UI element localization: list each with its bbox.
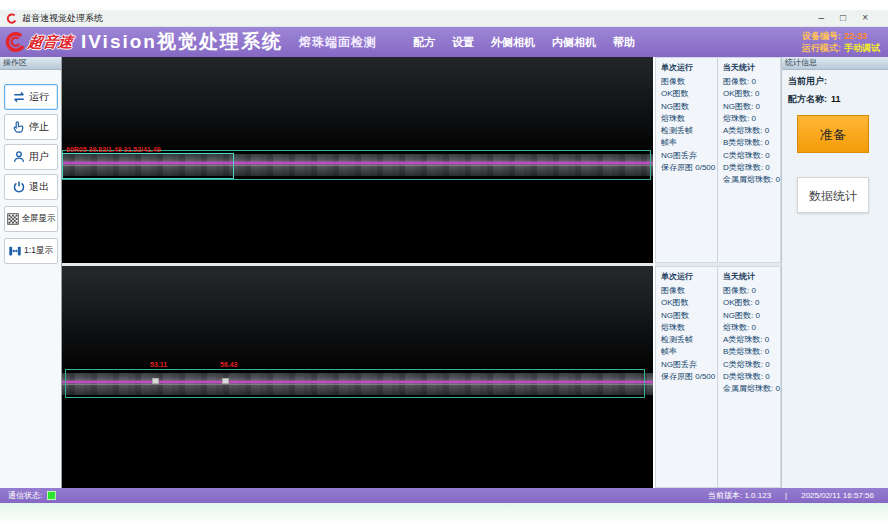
comm-status-indicator <box>47 491 56 500</box>
user-icon <box>12 150 26 164</box>
stat-row: OK图数: 0 <box>723 297 780 309</box>
power-icon <box>12 180 26 194</box>
menu-item[interactable]: 配方 <box>413 35 435 50</box>
stat-row: 帧率 <box>661 346 717 358</box>
main-menu: 配方设置外侧相机内侧相机帮助 <box>413 35 635 50</box>
stop-button-label: 停止 <box>29 120 49 134</box>
stat-row: 检测丢帧 <box>661 334 717 346</box>
app-header: 超音速 IVision视觉处理系统 熔珠端面检测 配方设置外侧相机内侧相机帮助 … <box>0 27 888 57</box>
today-stats-title: 当天统计 <box>723 62 780 73</box>
fullscreen-icon <box>6 212 20 226</box>
user-button[interactable]: 用户 <box>4 144 58 170</box>
menu-item[interactable]: 设置 <box>452 35 474 50</box>
run-mode-label: 运行模式: <box>802 43 841 53</box>
stat-row: 图像数: 0 <box>723 76 780 88</box>
status-bar: 通信状态: 当前版本: 1.0.123 | 2025/02/11 16:57:5… <box>0 488 888 503</box>
stat-row: NG图丢弃 <box>661 359 717 371</box>
stat-row: 熔珠数: 0 <box>723 322 780 334</box>
today-stats-rows: 图像数: 0OK图数: 0NG图数: 0熔珠数: 0A类熔珠数: 0B类熔珠数:… <box>723 285 780 396</box>
stat-row: 保存原图 0/500 <box>661 371 717 383</box>
run-button-label: 运行 <box>29 90 49 104</box>
bead-label: 56.43 <box>220 361 238 368</box>
run-mode-value: 手动调试 <box>844 43 880 53</box>
comm-status-label: 通信状态: <box>8 490 42 501</box>
stat-row: OK图数: 0 <box>723 88 780 100</box>
single-run-title: 单次运行 <box>661 62 717 73</box>
stat-row: 图像数: 0 <box>723 285 780 297</box>
run-arrows-icon <box>12 90 26 104</box>
info-panel: 统计信息 当前用户: 配方名称:11 准备 数据统计 <box>781 57 888 488</box>
window-title: 超音速视觉处理系统 <box>22 12 103 25</box>
stat-row: OK图数 <box>661 297 717 309</box>
info-panel-title: 统计信息 <box>782 57 888 70</box>
desktop-strip <box>0 503 888 522</box>
recipe-name-label: 配方名称: <box>788 94 827 104</box>
camera-gradient <box>62 266 653 376</box>
detection-sub-box <box>62 153 234 179</box>
device-number-value: 22-33 <box>844 31 867 41</box>
stat-row: NG图数 <box>661 310 717 322</box>
maximize-icon[interactable]: □ <box>840 13 846 23</box>
stat-row: NG图数 <box>661 101 717 113</box>
single-run-rows: 图像数OK图数NG图数熔珠数检测丢帧帧率NG图丢弃保存原图 0/500 <box>661 76 717 174</box>
stats-panel-inner: 单次运行 图像数OK图数NG图数熔珠数检测丢帧帧率NG图丢弃保存原图 0/500… <box>655 266 781 488</box>
window-titlebar[interactable]: 超音速视觉处理系统 – □ × <box>0 10 888 27</box>
current-user-label: 当前用户: <box>788 76 827 86</box>
version-text: 当前版本: 1.0.123 <box>708 490 771 501</box>
stat-row: 检测丢帧 <box>661 125 717 137</box>
page-title: IVision视觉处理系统 <box>81 29 283 55</box>
stat-row: A类熔珠数: 0 <box>723 125 780 137</box>
stat-row: 熔珠数 <box>661 322 717 334</box>
run-button[interactable]: 运行 <box>4 84 58 110</box>
single-run-rows: 图像数OK图数NG图数熔珠数检测丢帧帧率NG图丢弃保存原图 0/500 <box>661 285 717 383</box>
bead-mark <box>222 378 229 384</box>
app-window: 超音速视觉处理系统 – □ × 超音速 IVision视觉处理系统 熔珠端面检测… <box>0 0 888 522</box>
stat-row: 熔珠数 <box>661 113 717 125</box>
menu-item[interactable]: 外侧相机 <box>491 35 535 50</box>
stat-row: NG图数: 0 <box>723 101 780 113</box>
operation-sidebar: 操作区 运行 停止 用户 退出 <box>0 57 62 488</box>
menu-item[interactable]: 帮助 <box>613 35 635 50</box>
stat-row: 金属屑熔珠数: 0 <box>723 383 780 395</box>
statistics-column: 单次运行 图像数OK图数NG图数熔珠数检测丢帧帧率NG图丢弃保存原图 0/500… <box>655 57 781 488</box>
page-subtitle: 熔珠端面检测 <box>299 34 377 51</box>
stat-row: 金属屑熔珠数: 0 <box>723 174 780 186</box>
stat-row: NG图数: 0 <box>723 310 780 322</box>
exit-button-label: 退出 <box>29 180 49 194</box>
menu-item[interactable]: 内侧相机 <box>552 35 596 50</box>
data-statistics-button[interactable]: 数据统计 <box>797 177 869 213</box>
stop-hand-icon <box>12 120 26 134</box>
today-stats-rows: 图像数: 0OK图数: 0NG图数: 0熔珠数: 0A类熔珠数: 0B类熔珠数:… <box>723 76 780 187</box>
brand-logo-text: 超音速 <box>27 33 75 52</box>
user-button-label: 用户 <box>29 150 49 164</box>
stop-button[interactable]: 停止 <box>4 114 58 140</box>
device-info: 设备编号:22-33 运行模式:手动调试 <box>802 30 880 54</box>
stats-panel-outer: 单次运行 图像数OK图数NG图数熔珠数检测丢帧帧率NG图丢弃保存原图 0/500… <box>655 57 781 263</box>
datetime-text: 2025/02/11 16:57:56 <box>801 491 874 500</box>
stat-row: C类熔珠数: 0 <box>723 150 780 162</box>
stat-row: 帧率 <box>661 137 717 149</box>
stat-row: D类熔珠数: 0 <box>723 371 780 383</box>
stat-row: 熔珠数: 0 <box>723 113 780 125</box>
fullscreen-button[interactable]: 全屏显示 <box>4 206 58 232</box>
camera-viewport: 60R05 39.83/1.49 31.52/41.49 53.11 56.43 <box>62 57 653 488</box>
exit-button[interactable]: 退出 <box>4 174 58 200</box>
stat-row: C类熔珠数: 0 <box>723 359 780 371</box>
brand-logo: 超音速 <box>4 31 73 53</box>
camera-gradient <box>62 57 653 157</box>
stat-row: 保存原图 0/500 <box>661 162 717 174</box>
minimize-icon[interactable]: – <box>819 13 825 23</box>
device-number-label: 设备编号: <box>802 31 841 41</box>
close-icon[interactable]: × <box>862 13 868 23</box>
stat-row: OK图数 <box>661 88 717 100</box>
stat-row: B类熔珠数: 0 <box>723 346 780 358</box>
one-to-one-button[interactable]: 1:1显示 <box>4 238 58 264</box>
prepare-button[interactable]: 准备 <box>797 115 869 153</box>
recipe-name-value: 11 <box>831 94 841 104</box>
bead-label: 53.11 <box>150 361 167 368</box>
stat-row: 图像数 <box>661 76 717 88</box>
one-to-one-button-label: 1:1显示 <box>24 245 53 257</box>
bead-mark <box>152 378 159 384</box>
measurement-annotation: 60R05 39.83/1.49 31.52/41.49 <box>66 146 161 153</box>
stat-row: B类熔珠数: 0 <box>723 137 780 149</box>
